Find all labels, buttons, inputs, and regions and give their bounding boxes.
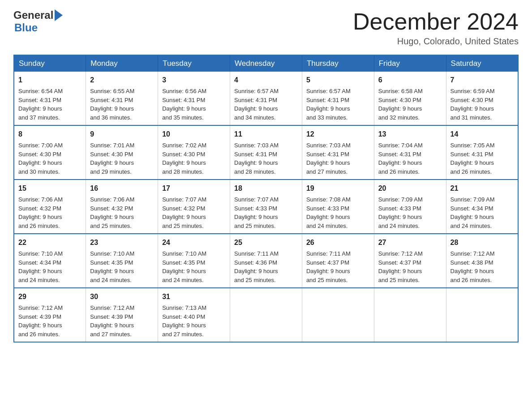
day-info: Sunrise: 7:07 AMSunset: 4:33 PMDaylight:… bbox=[234, 195, 298, 230]
day-info: Sunrise: 7:06 AMSunset: 4:32 PMDaylight:… bbox=[90, 195, 154, 230]
day-number: 14 bbox=[450, 129, 514, 140]
calendar-cell: 11Sunrise: 7:03 AMSunset: 4:31 PMDayligh… bbox=[230, 125, 302, 180]
day-number: 29 bbox=[18, 291, 82, 302]
day-info: Sunrise: 7:13 AMSunset: 4:40 PMDaylight:… bbox=[162, 304, 226, 338]
calendar-cell: 27Sunrise: 7:12 AMSunset: 4:37 PMDayligh… bbox=[374, 234, 446, 288]
day-number: 21 bbox=[450, 183, 514, 194]
day-number: 28 bbox=[450, 237, 514, 248]
header-saturday: Saturday bbox=[446, 55, 518, 72]
calendar-cell: 15Sunrise: 7:06 AMSunset: 4:32 PMDayligh… bbox=[14, 180, 86, 234]
calendar-cell: 8Sunrise: 7:00 AMSunset: 4:30 PMDaylight… bbox=[14, 125, 86, 180]
calendar-cell bbox=[446, 288, 518, 342]
calendar-cell bbox=[230, 288, 302, 342]
day-info: Sunrise: 7:05 AMSunset: 4:31 PMDaylight:… bbox=[450, 141, 514, 176]
calendar-cell: 25Sunrise: 7:11 AMSunset: 4:36 PMDayligh… bbox=[230, 234, 302, 288]
day-number: 18 bbox=[234, 183, 298, 194]
day-number: 12 bbox=[306, 129, 370, 140]
calendar-cell: 10Sunrise: 7:02 AMSunset: 4:30 PMDayligh… bbox=[158, 125, 230, 180]
calendar-cell: 4Sunrise: 6:57 AMSunset: 4:31 PMDaylight… bbox=[230, 72, 302, 125]
calendar-cell bbox=[302, 288, 374, 342]
calendar-cell: 21Sunrise: 7:09 AMSunset: 4:34 PMDayligh… bbox=[446, 180, 518, 234]
calendar-cell: 20Sunrise: 7:09 AMSunset: 4:33 PMDayligh… bbox=[374, 180, 446, 234]
calendar-cell bbox=[374, 288, 446, 342]
calendar-cell: 23Sunrise: 7:10 AMSunset: 4:35 PMDayligh… bbox=[86, 234, 158, 288]
calendar-week-row: 29Sunrise: 7:12 AMSunset: 4:39 PMDayligh… bbox=[14, 288, 518, 342]
calendar-cell: 16Sunrise: 7:06 AMSunset: 4:32 PMDayligh… bbox=[86, 180, 158, 234]
day-info: Sunrise: 7:12 AMSunset: 4:39 PMDaylight:… bbox=[18, 304, 82, 338]
location-subtitle: Hugo, Colorado, United States bbox=[353, 36, 519, 47]
day-info: Sunrise: 7:11 AMSunset: 4:37 PMDaylight:… bbox=[306, 249, 370, 284]
title-area: December 2024 Hugo, Colorado, United Sta… bbox=[353, 9, 519, 47]
day-info: Sunrise: 6:57 AMSunset: 4:31 PMDaylight:… bbox=[234, 87, 298, 122]
day-number: 27 bbox=[378, 237, 442, 248]
calendar-cell: 2Sunrise: 6:55 AMSunset: 4:31 PMDaylight… bbox=[86, 72, 158, 125]
day-number: 19 bbox=[306, 183, 370, 194]
calendar-cell: 7Sunrise: 6:59 AMSunset: 4:30 PMDaylight… bbox=[446, 72, 518, 125]
day-info: Sunrise: 7:12 AMSunset: 4:38 PMDaylight:… bbox=[450, 249, 514, 284]
calendar-cell: 12Sunrise: 7:03 AMSunset: 4:31 PMDayligh… bbox=[302, 125, 374, 180]
day-number: 15 bbox=[18, 183, 82, 194]
calendar-cell: 3Sunrise: 6:56 AMSunset: 4:31 PMDaylight… bbox=[158, 72, 230, 125]
calendar-cell: 31Sunrise: 7:13 AMSunset: 4:40 PMDayligh… bbox=[158, 288, 230, 342]
header-tuesday: Tuesday bbox=[158, 55, 230, 72]
header-sunday: Sunday bbox=[14, 55, 86, 72]
logo-general-text: General bbox=[13, 9, 53, 21]
day-info: Sunrise: 7:11 AMSunset: 4:36 PMDaylight:… bbox=[234, 249, 298, 284]
calendar-table: Sunday Monday Tuesday Wednesday Thursday… bbox=[13, 55, 519, 342]
day-info: Sunrise: 6:56 AMSunset: 4:31 PMDaylight:… bbox=[162, 87, 226, 122]
day-number: 3 bbox=[162, 75, 226, 86]
logo: General Blue bbox=[13, 9, 64, 34]
header-thursday: Thursday bbox=[302, 55, 374, 72]
day-number: 1 bbox=[18, 75, 82, 86]
day-number: 30 bbox=[90, 291, 154, 302]
month-title: December 2024 bbox=[353, 9, 519, 34]
day-number: 31 bbox=[162, 291, 226, 302]
calendar-cell: 29Sunrise: 7:12 AMSunset: 4:39 PMDayligh… bbox=[14, 288, 86, 342]
calendar-cell: 14Sunrise: 7:05 AMSunset: 4:31 PMDayligh… bbox=[446, 125, 518, 180]
day-number: 16 bbox=[90, 183, 154, 194]
header-friday: Friday bbox=[374, 55, 446, 72]
day-number: 17 bbox=[162, 183, 226, 194]
calendar-cell: 22Sunrise: 7:10 AMSunset: 4:34 PMDayligh… bbox=[14, 234, 86, 288]
day-header-row: Sunday Monday Tuesday Wednesday Thursday… bbox=[14, 55, 518, 72]
day-info: Sunrise: 6:54 AMSunset: 4:31 PMDaylight:… bbox=[18, 87, 82, 122]
calendar-cell: 24Sunrise: 7:10 AMSunset: 4:35 PMDayligh… bbox=[158, 234, 230, 288]
day-info: Sunrise: 7:00 AMSunset: 4:30 PMDaylight:… bbox=[18, 141, 82, 176]
day-info: Sunrise: 7:02 AMSunset: 4:30 PMDaylight:… bbox=[162, 141, 226, 176]
day-number: 13 bbox=[378, 129, 442, 140]
calendar-cell: 6Sunrise: 6:58 AMSunset: 4:30 PMDaylight… bbox=[374, 72, 446, 125]
calendar-cell: 1Sunrise: 6:54 AMSunset: 4:31 PMDaylight… bbox=[14, 72, 86, 125]
day-number: 23 bbox=[90, 237, 154, 248]
header: General Blue December 2024 Hugo, Colorad… bbox=[13, 9, 519, 47]
logo-blue-text: Blue bbox=[14, 21, 64, 34]
calendar-cell: 19Sunrise: 7:08 AMSunset: 4:33 PMDayligh… bbox=[302, 180, 374, 234]
logo-triangle-icon bbox=[55, 9, 63, 21]
day-number: 25 bbox=[234, 237, 298, 248]
day-info: Sunrise: 7:04 AMSunset: 4:31 PMDaylight:… bbox=[378, 141, 442, 176]
calendar-week-row: 8Sunrise: 7:00 AMSunset: 4:30 PMDaylight… bbox=[14, 125, 518, 180]
day-info: Sunrise: 7:10 AMSunset: 4:35 PMDaylight:… bbox=[90, 249, 154, 284]
day-info: Sunrise: 7:08 AMSunset: 4:33 PMDaylight:… bbox=[306, 195, 370, 230]
day-info: Sunrise: 7:01 AMSunset: 4:30 PMDaylight:… bbox=[90, 141, 154, 176]
day-info: Sunrise: 7:03 AMSunset: 4:31 PMDaylight:… bbox=[306, 141, 370, 176]
day-number: 9 bbox=[90, 129, 154, 140]
calendar-cell: 17Sunrise: 7:07 AMSunset: 4:32 PMDayligh… bbox=[158, 180, 230, 234]
day-number: 8 bbox=[18, 129, 82, 140]
calendar-cell: 18Sunrise: 7:07 AMSunset: 4:33 PMDayligh… bbox=[230, 180, 302, 234]
day-number: 2 bbox=[90, 75, 154, 86]
day-info: Sunrise: 6:59 AMSunset: 4:30 PMDaylight:… bbox=[450, 87, 514, 122]
calendar-cell: 5Sunrise: 6:57 AMSunset: 4:31 PMDaylight… bbox=[302, 72, 374, 125]
calendar-cell: 30Sunrise: 7:12 AMSunset: 4:39 PMDayligh… bbox=[86, 288, 158, 342]
day-number: 10 bbox=[162, 129, 226, 140]
day-info: Sunrise: 7:09 AMSunset: 4:34 PMDaylight:… bbox=[450, 195, 514, 230]
day-info: Sunrise: 7:07 AMSunset: 4:32 PMDaylight:… bbox=[162, 195, 226, 230]
calendar-week-row: 22Sunrise: 7:10 AMSunset: 4:34 PMDayligh… bbox=[14, 234, 518, 288]
day-info: Sunrise: 7:09 AMSunset: 4:33 PMDaylight:… bbox=[378, 195, 442, 230]
day-info: Sunrise: 7:10 AMSunset: 4:34 PMDaylight:… bbox=[18, 249, 82, 284]
header-wednesday: Wednesday bbox=[230, 55, 302, 72]
calendar-cell: 26Sunrise: 7:11 AMSunset: 4:37 PMDayligh… bbox=[302, 234, 374, 288]
calendar-cell: 28Sunrise: 7:12 AMSunset: 4:38 PMDayligh… bbox=[446, 234, 518, 288]
day-info: Sunrise: 7:12 AMSunset: 4:37 PMDaylight:… bbox=[378, 249, 442, 284]
day-info: Sunrise: 6:58 AMSunset: 4:30 PMDaylight:… bbox=[378, 87, 442, 122]
day-number: 22 bbox=[18, 237, 82, 248]
